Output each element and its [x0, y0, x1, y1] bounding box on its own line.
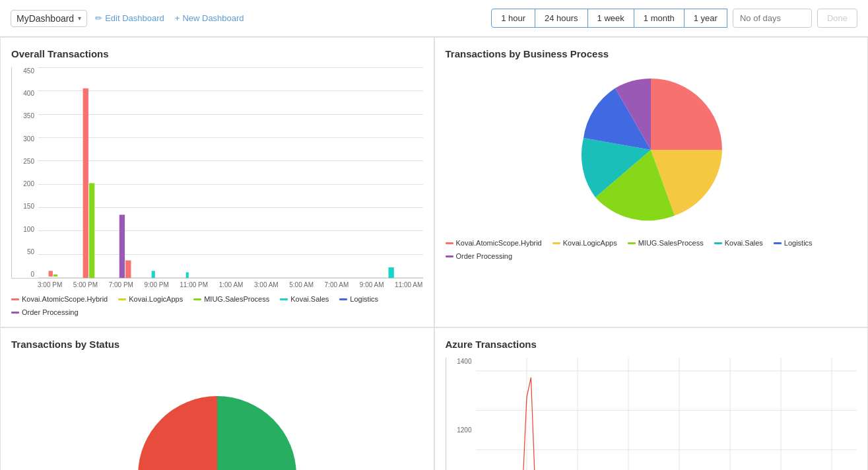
time-filter-24h[interactable]: 24 hours — [535, 9, 588, 28]
legend-color-logistics — [339, 298, 347, 300]
transactions-by-business-panel: Transactions by Business Process — [434, 37, 869, 327]
svg-rect-8 — [388, 267, 393, 278]
bar-chart-svg — [38, 67, 423, 278]
legend-item-salesprocess-2: MIUG.SalesProcess — [628, 239, 704, 247]
azure-line-chart: 1400 1200 1000 — [446, 358, 857, 470]
pie-segment-hybrid — [651, 79, 722, 150]
business-pie-svg — [572, 71, 730, 229]
legend-item-salesprocess: MIUG.SalesProcess — [193, 295, 269, 303]
legend-color-logicapps — [118, 298, 126, 300]
main-content: Overall Transactions 450 400 350 300 250… — [0, 37, 868, 470]
pencil-icon: ✏ — [95, 13, 102, 23]
legend-item-logistics-2: Logistics — [774, 239, 813, 247]
svg-rect-3 — [89, 183, 94, 278]
legend-item-kovaisales: Kovai.Sales — [280, 295, 329, 303]
svg-rect-1 — [53, 275, 57, 277]
transactions-by-business-title: Transactions by Business Process — [446, 48, 857, 59]
time-filter-1m[interactable]: 1 month — [634, 9, 684, 28]
svg-rect-7 — [186, 272, 189, 278]
edit-dashboard-button[interactable]: ✏ Edit Dashboard — [95, 13, 164, 23]
status-segment-failed — [138, 396, 217, 470]
azure-chart-svg — [476, 358, 857, 470]
legend-item-hybrid-2: Kovai.AtomicScope.Hybrid — [446, 239, 542, 247]
header-actions: ✏ Edit Dashboard + New Dashboard — [95, 13, 484, 23]
overall-transactions-chart: 450 400 350 300 250 200 150 100 50 0 — [11, 67, 423, 288]
overall-transactions-legend: Kovai.AtomicScope.Hybrid Kovai.LogicApps… — [11, 295, 423, 316]
legend-item-hybrid: Kovai.AtomicScope.Hybrid — [11, 295, 108, 303]
days-input[interactable] — [733, 9, 812, 28]
app-header: MyDashboard ▾ ✏ Edit Dashboard + New Das… — [0, 0, 868, 37]
svg-rect-0 — [49, 271, 53, 277]
status-segment-success — [217, 396, 296, 470]
dashboard-name: MyDashboard — [17, 13, 74, 24]
legend-item-kovaisales-2: Kovai.Sales — [714, 239, 763, 247]
legend-item-orderprocessing: Order Processing — [11, 308, 79, 316]
time-filter-1w[interactable]: 1 week — [587, 9, 634, 28]
done-button[interactable]: Done — [817, 9, 857, 28]
azure-y-axis: 1400 1200 1000 — [446, 358, 475, 470]
plus-icon: + — [175, 13, 180, 23]
time-filter-group: 1 hour 24 hours 1 week 1 month 1 year Do… — [492, 9, 857, 28]
y-axis: 450 400 350 300 250 200 150 100 50 0 — [12, 67, 37, 278]
business-pie-chart — [446, 67, 857, 232]
overall-transactions-panel: Overall Transactions 450 400 350 300 250… — [0, 37, 434, 327]
legend-color-salesprocess — [193, 298, 201, 300]
transactions-by-status-title: Transactions by Status — [11, 339, 423, 350]
new-dashboard-button[interactable]: + New Dashboard — [175, 13, 244, 23]
svg-rect-6 — [152, 271, 155, 278]
status-donut-svg — [131, 376, 303, 470]
legend-item-orderprocessing-2: Order Processing — [446, 252, 513, 260]
status-half-donut — [11, 363, 423, 470]
svg-rect-2 — [83, 88, 88, 278]
bar-chart-area: 450 400 350 300 250 200 150 100 50 0 — [11, 67, 423, 279]
x-axis: 3:00 PM 5:00 PM 7:00 PM 9:00 PM 11:00 PM… — [11, 281, 423, 288]
legend-color-kovaisales — [280, 298, 288, 300]
legend-item-logicapps-2: Kovai.LogicApps — [552, 239, 617, 247]
azure-transactions-title: Azure Transactions — [446, 339, 857, 350]
time-filter-1y[interactable]: 1 year — [684, 9, 727, 28]
dashboard-selector[interactable]: MyDashboard ▾ — [11, 10, 87, 27]
azure-transactions-panel: Azure Transactions 1400 1200 1000 — [434, 327, 869, 470]
azure-line-series — [476, 378, 857, 470]
chevron-down-icon: ▾ — [78, 15, 81, 22]
legend-item-logicapps: Kovai.LogicApps — [118, 295, 183, 303]
legend-color-hybrid — [11, 298, 19, 300]
svg-rect-5 — [125, 260, 131, 278]
legend-color-orderprocessing — [11, 312, 19, 314]
legend-item-logistics: Logistics — [339, 295, 378, 303]
svg-rect-4 — [119, 215, 125, 278]
transactions-by-status-panel: Transactions by Status — [0, 327, 434, 470]
business-pie-legend: Kovai.AtomicScope.Hybrid Kovai.LogicApps… — [446, 239, 857, 260]
time-filter-1h[interactable]: 1 hour — [491, 9, 535, 28]
overall-transactions-title: Overall Transactions — [11, 48, 423, 59]
